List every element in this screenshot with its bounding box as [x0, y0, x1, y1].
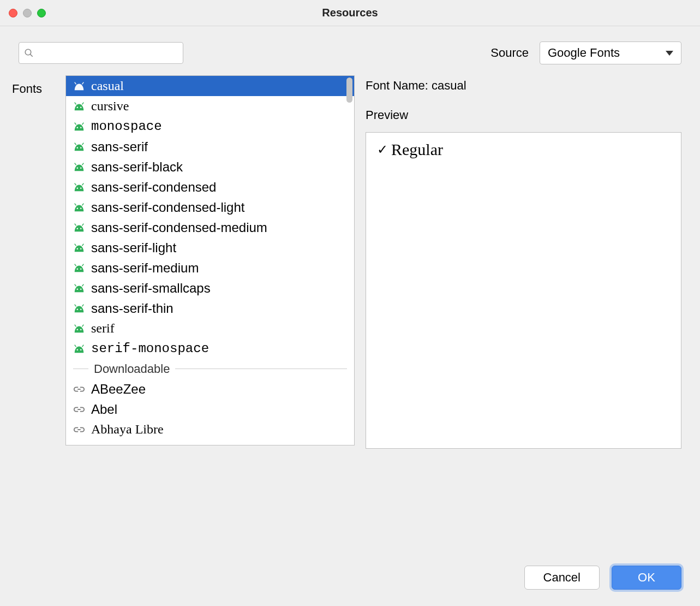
- font-item[interactable]: sans-serif-thin: [66, 298, 354, 318]
- font-item-label: Abel: [91, 402, 117, 417]
- check-icon: ✓: [377, 142, 388, 157]
- svg-line-46: [75, 304, 76, 306]
- font-item-label: serif: [91, 321, 115, 336]
- svg-point-21: [80, 167, 82, 169]
- font-item[interactable]: casual: [66, 76, 354, 96]
- svg-point-12: [77, 127, 79, 128]
- svg-point-52: [77, 329, 79, 330]
- preview-box: ✓Regular: [366, 132, 681, 449]
- svg-point-57: [80, 349, 82, 350]
- search-wrap: [19, 42, 183, 64]
- svg-point-25: [80, 187, 82, 189]
- preview-entry[interactable]: ✓Regular: [377, 140, 670, 159]
- android-icon: [73, 344, 85, 353]
- cancel-button[interactable]: Cancel: [524, 566, 600, 590]
- android-icon: [73, 284, 85, 293]
- font-item-label: Abhaya Libre: [91, 422, 164, 437]
- zoom-window-button[interactable]: [37, 9, 46, 17]
- svg-line-15: [82, 142, 84, 145]
- android-icon: [73, 163, 85, 171]
- svg-line-55: [82, 344, 84, 347]
- svg-line-1: [30, 54, 32, 56]
- window-title: Resources: [9, 7, 691, 19]
- svg-line-54: [75, 344, 76, 347]
- font-item-label: sans-serif-condensed-light: [91, 200, 244, 215]
- svg-point-28: [77, 207, 79, 209]
- svg-line-35: [82, 243, 84, 246]
- svg-point-4: [77, 86, 79, 88]
- font-item[interactable]: ABeeZee: [66, 379, 354, 399]
- font-item[interactable]: sans-serif-condensed-medium: [66, 217, 354, 237]
- svg-point-56: [77, 349, 79, 350]
- android-icon: [73, 324, 85, 333]
- font-item[interactable]: sans-serif: [66, 136, 354, 157]
- android-icon: [73, 243, 85, 252]
- search-input[interactable]: [19, 42, 183, 64]
- svg-point-49: [80, 308, 82, 310]
- android-icon: [73, 122, 85, 131]
- font-item[interactable]: serif-monospace: [66, 338, 354, 359]
- font-item-label: Abril Fatfa: [91, 442, 152, 445]
- android-icon: [73, 223, 85, 232]
- font-listbox[interactable]: casualcursivemonospacesans-serifsans-ser…: [65, 75, 355, 445]
- android-icon: [73, 102, 85, 111]
- font-item[interactable]: sans-serif-light: [66, 237, 354, 258]
- font-item[interactable]: sans-serif-black: [66, 157, 354, 177]
- font-item-label: serif-monospace: [91, 341, 209, 356]
- svg-line-10: [75, 122, 76, 124]
- svg-line-30: [75, 223, 76, 225]
- scrollbar-thumb[interactable]: [346, 78, 352, 103]
- svg-point-16: [77, 147, 79, 148]
- font-item-label: monospace: [91, 119, 162, 134]
- link-icon: [73, 445, 85, 446]
- svg-point-33: [80, 228, 82, 229]
- svg-line-11: [82, 122, 84, 124]
- svg-line-6: [75, 102, 76, 104]
- font-item-label: ABeeZee: [91, 382, 146, 397]
- svg-point-45: [80, 288, 82, 290]
- svg-point-44: [77, 288, 79, 290]
- svg-line-34: [75, 243, 76, 246]
- font-item[interactable]: sans-serif-medium: [66, 258, 354, 278]
- svg-line-50: [75, 324, 76, 326]
- svg-point-48: [77, 308, 79, 310]
- svg-line-3: [82, 82, 84, 84]
- minimize-window-button[interactable]: [23, 9, 32, 17]
- font-item[interactable]: monospace: [66, 116, 354, 136]
- svg-point-36: [77, 248, 79, 249]
- android-icon: [73, 304, 85, 313]
- font-item[interactable]: Abhaya Libre: [66, 419, 354, 439]
- font-item[interactable]: sans-serif-condensed: [66, 177, 354, 197]
- font-item[interactable]: serif: [66, 318, 354, 338]
- close-window-button[interactable]: [9, 9, 17, 17]
- svg-point-5: [80, 86, 82, 88]
- font-item[interactable]: cursive: [66, 96, 354, 116]
- font-item[interactable]: sans-serif-smallcaps: [66, 278, 354, 298]
- font-name-value: casual: [432, 79, 466, 92]
- svg-line-31: [82, 223, 84, 225]
- svg-line-2: [75, 82, 76, 84]
- svg-line-27: [82, 203, 84, 205]
- font-item[interactable]: Abel: [66, 399, 354, 419]
- source-dropdown[interactable]: Google Fonts: [540, 41, 681, 64]
- svg-point-40: [77, 268, 79, 270]
- link-icon: [73, 405, 85, 414]
- svg-point-41: [80, 268, 82, 270]
- android-icon: [73, 183, 85, 192]
- link-icon: [73, 385, 85, 394]
- font-item[interactable]: Abril Fatfa: [66, 439, 354, 445]
- font-item-label: sans-serif-light: [91, 240, 176, 256]
- svg-line-23: [82, 183, 84, 185]
- svg-line-51: [82, 324, 84, 326]
- svg-point-24: [77, 187, 79, 189]
- svg-point-0: [25, 49, 31, 55]
- window-controls: [9, 9, 46, 17]
- preview-style-label: Regular: [391, 140, 443, 159]
- android-icon: [73, 82, 85, 91]
- font-item-label: sans-serif-condensed: [91, 180, 216, 195]
- ok-button[interactable]: OK: [612, 566, 681, 590]
- font-item[interactable]: sans-serif-condensed-light: [66, 197, 354, 217]
- link-icon: [73, 425, 85, 434]
- font-item-label: sans-serif: [91, 139, 148, 155]
- font-item-label: sans-serif-thin: [91, 301, 173, 316]
